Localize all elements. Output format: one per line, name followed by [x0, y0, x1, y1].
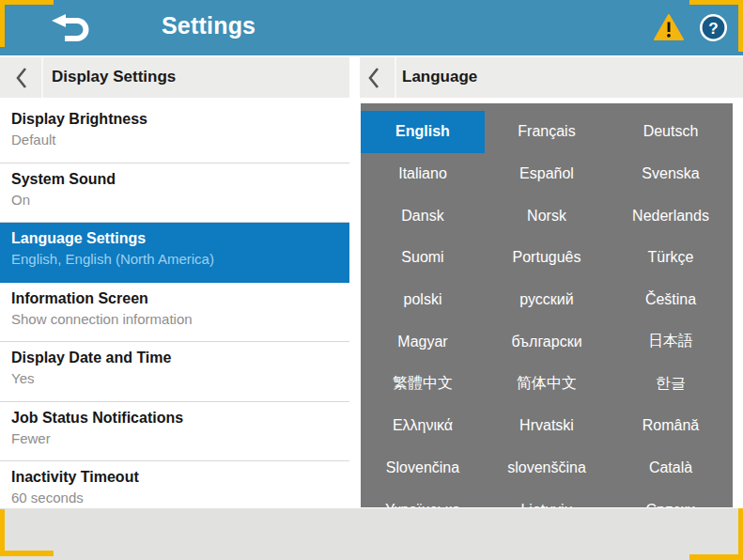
- list-item-information-screen[interactable]: Information Screen Show connection infor…: [0, 283, 349, 343]
- display-settings-list: Display Brightness Default System Sound …: [0, 103, 349, 507]
- right-panel-title: Language: [402, 68, 477, 86]
- item-value: Default: [11, 130, 340, 150]
- language-option[interactable]: Suomi: [361, 237, 485, 279]
- language-option[interactable]: 繁體中文: [361, 363, 485, 405]
- help-button[interactable]: ?: [699, 13, 728, 42]
- item-value: Yes: [11, 368, 340, 389]
- language-option[interactable]: Deutsch: [609, 111, 733, 153]
- item-label: Language Settings: [11, 228, 340, 249]
- language-option[interactable]: Hrvatski: [485, 405, 609, 447]
- corner-marker-bottom-left: [0, 509, 5, 556]
- item-label: Inactivity Timeout: [11, 467, 340, 488]
- language-option[interactable]: Svenska: [609, 153, 733, 195]
- warning-triangle-icon[interactable]: [654, 14, 684, 42]
- list-item-language-settings[interactable]: Language Settings English, English (Nort…: [0, 223, 349, 283]
- language-option[interactable]: български: [485, 320, 609, 363]
- item-value: English, English (North America): [11, 249, 340, 270]
- language-option[interactable]: Ελληνικά: [361, 405, 485, 447]
- corner-marker-top-right: [738, 0, 743, 52]
- language-option[interactable]: 简体中文: [485, 363, 609, 405]
- item-label: System Sound: [11, 169, 340, 190]
- language-option[interactable]: Čeština: [609, 279, 733, 321]
- corner-marker-bottom-right: [689, 554, 743, 560]
- left-panel-title: Display Settings: [52, 68, 176, 86]
- language-option[interactable]: русский: [485, 279, 609, 321]
- header-divider: [41, 57, 43, 98]
- list-item-display-date-time[interactable]: Display Date and Time Yes: [0, 342, 349, 402]
- corner-marker-bottom-right: [738, 508, 743, 560]
- language-option[interactable]: Nederlands: [609, 194, 733, 237]
- language-option[interactable]: Norsk: [485, 194, 609, 237]
- back-chevron-button[interactable]: [367, 67, 380, 89]
- language-option[interactable]: polski: [361, 279, 485, 321]
- item-label: Information Screen: [11, 288, 340, 309]
- item-value: On: [11, 190, 340, 210]
- language-option[interactable]: Dansk: [361, 194, 485, 237]
- corner-marker-top-left: [0, 0, 5, 47]
- list-item-system-sound[interactable]: System Sound On: [0, 163, 349, 224]
- item-value: Fewer: [11, 428, 340, 449]
- top-bar: Settings ?: [0, 0, 743, 55]
- item-value: Show connection information: [11, 309, 340, 330]
- back-undo-arrow-icon: [51, 29, 94, 45]
- language-option[interactable]: Español: [485, 153, 609, 195]
- item-label: Display Date and Time: [11, 348, 340, 368]
- item-label: Display Brightness: [11, 109, 340, 130]
- corner-marker-top-right: [689, 0, 743, 5]
- language-option[interactable]: Italiano: [361, 153, 485, 195]
- language-option[interactable]: Català: [609, 447, 733, 490]
- back-chevron-button[interactable]: [15, 67, 28, 89]
- language-option[interactable]: Türkçe: [609, 237, 733, 279]
- language-option[interactable]: Română: [609, 405, 733, 447]
- item-label: Job Status Notifications: [11, 408, 340, 428]
- corner-marker-top-left: [0, 0, 54, 5]
- page-title: Settings: [162, 12, 255, 39]
- language-option[interactable]: Magyar: [361, 320, 485, 363]
- language-header: Language: [360, 57, 743, 98]
- display-settings-header: Display Settings: [0, 57, 349, 98]
- corner-marker-bottom-left: [0, 551, 54, 556]
- footer-strip: [0, 508, 743, 560]
- item-value: 60 seconds: [11, 488, 340, 507]
- question-mark-glyph: ?: [708, 20, 718, 38]
- language-option[interactable]: 한글: [609, 363, 733, 405]
- language-option[interactable]: Lietuvių: [485, 489, 609, 507]
- language-option[interactable]: Српски: [609, 489, 733, 507]
- language-option-english[interactable]: English: [361, 111, 485, 153]
- language-option[interactable]: Français: [485, 111, 609, 153]
- language-option[interactable]: slovenščina: [485, 447, 609, 490]
- language-option[interactable]: Slovenčina: [361, 447, 485, 490]
- language-option[interactable]: 日本語: [609, 320, 733, 363]
- back-button[interactable]: [51, 14, 94, 42]
- language-grid: English Français Deutsch Italiano Españo…: [361, 103, 733, 507]
- printer-front-panel: Settings ? Display Settings Language: [0, 0, 743, 560]
- language-option[interactable]: Português: [485, 237, 609, 279]
- list-item-inactivity-timeout[interactable]: Inactivity Timeout 60 seconds: [0, 461, 349, 507]
- list-item-job-status-notifications[interactable]: Job Status Notifications Fewer: [0, 402, 349, 462]
- header-divider: [395, 57, 396, 98]
- language-option[interactable]: Українська: [361, 489, 485, 507]
- list-item-display-brightness[interactable]: Display Brightness Default: [0, 103, 349, 163]
